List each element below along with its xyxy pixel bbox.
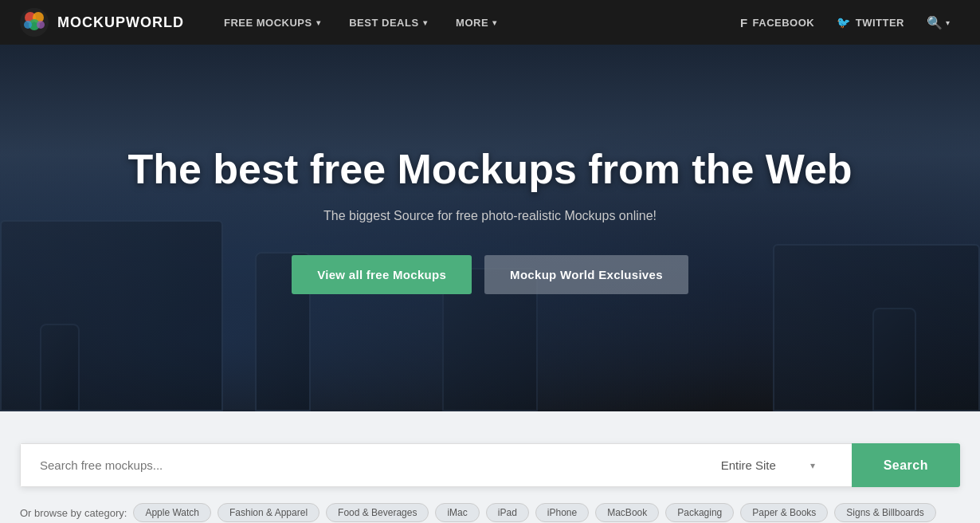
category-tag[interactable]: Food & Beverages [326,503,429,522]
nav-more[interactable]: MORE ▾ [441,0,512,45]
hero-section: The best free Mockups from the Web The b… [0,45,980,411]
chevron-down-icon: ▾ [492,18,497,27]
chevron-down-icon: ▾ [423,18,428,27]
browse-by-category-label: Or browse by category: [20,507,127,519]
facebook-icon: f [740,16,748,29]
nav-twitter[interactable]: 🐦 TWITTER [825,0,915,45]
category-tag[interactable]: Packaging [665,503,734,522]
category-tag[interactable]: Fashion & Apparel [218,503,319,522]
hero-title: The best free Mockups from the Web [127,146,852,194]
hero-content: The best free Mockups from the Web The b… [127,146,852,295]
svg-point-5 [37,21,45,29]
search-input[interactable] [20,443,708,487]
nav-best-deals[interactable]: BEST DEALS ▾ [335,0,441,45]
nav-links: FREE MOCKUPS ▾ BEST DEALS ▾ MORE ▾ [210,0,729,45]
category-tag[interactable]: Apple Watch [133,503,211,522]
chevron-down-icon: ▾ [810,460,815,471]
logo-text: MOCKUPWORLD [57,14,184,31]
category-tags: Apple WatchFashion & ApparelFood & Bever… [133,503,935,522]
nav-social: f FACEBOOK 🐦 TWITTER 🔍 ▾ [729,0,961,45]
nav-search-button[interactable]: 🔍 ▾ [915,0,961,45]
category-tag[interactable]: iPhone [535,503,589,522]
hero-subtitle: The biggest Source for free photo-realis… [127,209,852,223]
search-bar: Entire Site Free Mockups Best Deals ▾ Se… [20,443,960,487]
hero-buttons: View all free Mockups Mockup World Exclu… [127,255,852,294]
category-tag[interactable]: iMac [435,503,479,522]
svg-point-4 [24,21,32,29]
navbar: MOCKUPWORLD FREE MOCKUPS ▾ BEST DEALS ▾ … [0,0,980,45]
chevron-down-icon: ▾ [316,18,321,27]
chevron-down-icon: ▾ [946,18,950,27]
nav-free-mockups[interactable]: FREE MOCKUPS ▾ [210,0,335,45]
view-all-mockups-button[interactable]: View all free Mockups [292,255,472,294]
twitter-icon: 🐦 [837,16,851,29]
logo-link[interactable]: MOCKUPWORLD [19,7,184,37]
category-tag[interactable]: iPad [486,503,529,522]
mockup-world-exclusives-button[interactable]: Mockup World Exclusives [484,255,688,294]
search-button[interactable]: Search [852,443,960,487]
search-section: Entire Site Free Mockups Best Deals ▾ Se… [0,411,980,523]
search-select-wrapper: Entire Site Free Mockups Best Deals ▾ [708,443,852,487]
logo-icon [19,7,49,37]
category-tag[interactable]: MacBook [595,503,659,522]
category-row: Or browse by category: Apple WatchFashio… [20,503,960,522]
nav-facebook[interactable]: f FACEBOOK [729,0,825,45]
search-scope-select[interactable]: Entire Site Free Mockups Best Deals [721,458,804,472]
search-icon: 🔍 [927,15,943,30]
category-tag[interactable]: Signs & Billboards [834,503,935,522]
category-tag[interactable]: Paper & Books [740,503,828,522]
